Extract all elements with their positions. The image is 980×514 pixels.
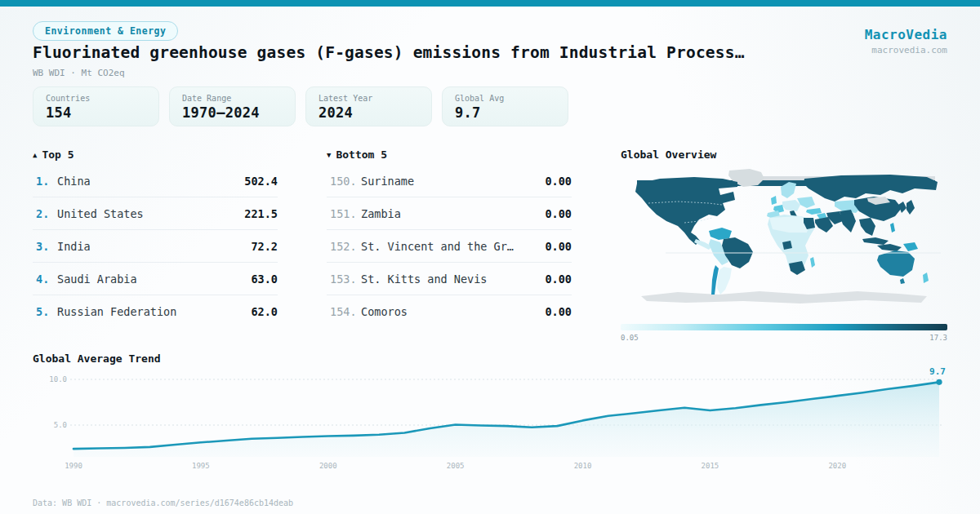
table-row: 1. China 502.4 bbox=[33, 165, 278, 197]
table-row: 151. Zambia 0.00 bbox=[327, 197, 572, 230]
rank-label: 3. bbox=[33, 240, 57, 253]
trend-end-dot bbox=[936, 379, 942, 385]
global-overview-section: Global Overview bbox=[621, 148, 947, 342]
bottom5-list: ▼Bottom 5 150. Suriname 0.00 151. Zambia… bbox=[327, 148, 572, 328]
map-region-argentina bbox=[717, 267, 732, 295]
map-region-central-europe bbox=[782, 200, 800, 211]
rank-label: 2. bbox=[33, 207, 57, 220]
top5-header: ▲Top 5 bbox=[33, 148, 278, 165]
footer-attribution: Data: WB WDI · macrovedia.com/series/d16… bbox=[33, 498, 293, 507]
x-tick-label: 2020 bbox=[828, 462, 846, 470]
x-tick-label: 1995 bbox=[192, 462, 210, 470]
rank-label: 1. bbox=[33, 175, 57, 188]
stat-card-date-range: Date Range 1970–2024 bbox=[169, 86, 296, 126]
rank-label: 5. bbox=[33, 305, 57, 318]
country-name: Russian Federation bbox=[57, 305, 251, 318]
stat-card-countries: Countries 154 bbox=[33, 86, 159, 126]
trend-end-value: 9.7 bbox=[929, 367, 946, 377]
country-name: Comoros bbox=[361, 305, 545, 318]
rank-label: 4. bbox=[33, 273, 57, 286]
accent-top-bar bbox=[0, 0, 980, 7]
table-row: 153. St. Kitts and Nevis 0.00 bbox=[327, 263, 572, 295]
triangle-up-icon: ▲ bbox=[33, 151, 37, 159]
category-badge: Environment & Energy bbox=[33, 21, 178, 41]
legend-max-label: 17.3 bbox=[929, 334, 947, 342]
triangle-down-icon: ▼ bbox=[327, 151, 331, 159]
map-region-japan bbox=[906, 200, 915, 215]
map-region-australia bbox=[877, 250, 915, 277]
top5-header-label: Top 5 bbox=[42, 148, 74, 161]
table-row: 150. Suriname 0.00 bbox=[327, 165, 572, 197]
map-region-korea bbox=[898, 202, 906, 213]
country-value: 72.2 bbox=[251, 240, 278, 253]
country-name: Suriname bbox=[361, 175, 545, 188]
map-region-philippines bbox=[890, 223, 895, 233]
table-row: 3. India 72.2 bbox=[33, 230, 278, 263]
stat-label: Global Avg bbox=[455, 94, 555, 103]
map-region-uk bbox=[771, 196, 777, 205]
country-value: 0.00 bbox=[545, 240, 572, 253]
brand-url: macrovedia.com bbox=[865, 45, 947, 55]
stat-label: Latest Year bbox=[318, 94, 419, 103]
top5-list: ▲Top 5 1. China 502.4 2. United States 2… bbox=[33, 148, 278, 328]
country-name: Zambia bbox=[361, 207, 545, 220]
map-legend-gradient bbox=[621, 324, 947, 330]
country-name: India bbox=[57, 240, 251, 253]
country-value: 0.00 bbox=[545, 207, 572, 220]
page-title: Fluorinated greenhouse gases (F-gases) e… bbox=[33, 43, 841, 62]
map-region-antarctica bbox=[641, 291, 927, 304]
map-region-eastern-europe bbox=[797, 197, 815, 208]
country-name: United States bbox=[57, 207, 244, 220]
stat-label: Date Range bbox=[182, 94, 283, 103]
rank-label: 151. bbox=[327, 207, 361, 220]
map-region-chile bbox=[711, 265, 719, 295]
trend-chart: 5.010.019901995200020052010201520209.7 bbox=[33, 367, 947, 478]
trend-chart-svg: 5.010.019901995200020052010201520209.7 bbox=[33, 367, 947, 475]
x-tick-label: 2010 bbox=[574, 462, 592, 470]
y-tick-label: 5.0 bbox=[54, 421, 67, 429]
table-row: 5. Russian Federation 62.0 bbox=[33, 295, 278, 328]
stat-label: Countries bbox=[46, 94, 146, 103]
stat-card-latest-year: Latest Year 2024 bbox=[305, 86, 432, 126]
bottom5-header: ▼Bottom 5 bbox=[327, 148, 572, 165]
map-region-india bbox=[840, 213, 856, 233]
stat-value: 154 bbox=[46, 104, 146, 121]
stat-cards: Countries 154 Date Range 1970–2024 Lates… bbox=[33, 86, 568, 126]
map-region-colombia-venezuela bbox=[709, 228, 732, 240]
stat-value: 2024 bbox=[318, 104, 419, 121]
y-tick-label: 10.0 bbox=[49, 375, 67, 383]
map-region-nigeria bbox=[782, 241, 792, 250]
legend-min-label: 0.05 bbox=[621, 334, 639, 342]
country-value: 502.4 bbox=[244, 175, 278, 188]
country-value: 0.00 bbox=[545, 273, 572, 286]
bottom5-header-label: Bottom 5 bbox=[336, 148, 387, 161]
country-value: 0.00 bbox=[545, 305, 572, 318]
country-value: 63.0 bbox=[251, 273, 278, 286]
rank-label: 150. bbox=[327, 175, 361, 188]
rank-label: 152. bbox=[327, 240, 361, 253]
country-value: 0.00 bbox=[545, 175, 572, 188]
country-name: St. Vincent and the Gr… bbox=[361, 240, 545, 253]
map-region-turkey bbox=[806, 208, 822, 215]
table-row: 2. United States 221.5 bbox=[33, 197, 278, 230]
map-region-indonesia-west bbox=[862, 237, 889, 245]
x-tick-label: 1990 bbox=[65, 462, 82, 470]
table-row: 152. St. Vincent and the Gr… 0.00 bbox=[327, 230, 572, 263]
page-subtitle: WB WDI · Mt CO2eq bbox=[33, 68, 125, 78]
map-region-madagascar bbox=[810, 257, 815, 268]
brand-name: MacroVedia bbox=[865, 27, 947, 42]
brand-block: MacroVedia macrovedia.com bbox=[865, 27, 947, 55]
table-row: 4. Saudi Arabia 63.0 bbox=[33, 263, 278, 295]
map-region-new-guinea bbox=[903, 242, 918, 251]
rank-label: 153. bbox=[327, 273, 361, 286]
map-legend-labels: 0.05 17.3 bbox=[621, 334, 947, 342]
table-row: 154. Comoros 0.00 bbox=[327, 295, 572, 328]
dashboard-card: Environment & Energy MacroVedia macroved… bbox=[0, 0, 980, 514]
stat-value: 1970–2024 bbox=[182, 104, 283, 121]
map-title: Global Overview bbox=[621, 148, 947, 165]
world-map bbox=[621, 167, 947, 317]
stat-value: 9.7 bbox=[455, 104, 555, 121]
map-region-tasmania bbox=[900, 278, 905, 284]
map-region-southeast-asia bbox=[859, 218, 875, 236]
country-name: St. Kitts and Nevis bbox=[361, 273, 545, 286]
